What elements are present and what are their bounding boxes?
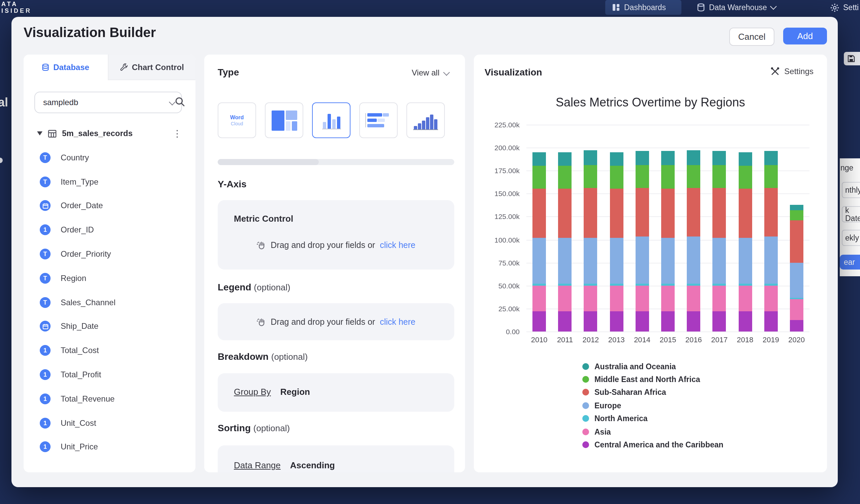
bar-segment [661, 286, 675, 312]
gear-icon [830, 3, 839, 12]
sorting-box[interactable]: Data Range Ascending [218, 445, 454, 472]
legend-swatch [582, 402, 589, 409]
chevron-down-icon [443, 69, 450, 75]
chart-type-treemap[interactable] [265, 102, 303, 138]
view-all-label: View all [412, 68, 440, 77]
data-warehouse-button[interactable]: Data Warehouse [690, 0, 783, 15]
x-axis-label: 2019 [758, 335, 784, 344]
field-item-total_cost[interactable]: 1Total_Cost [24, 339, 196, 363]
field-item-order_priority[interactable]: TOrder_Priority [24, 242, 196, 266]
legend-label: Central America and the Caribbean [594, 441, 723, 449]
sorting-field-label[interactable]: Data Range [234, 460, 281, 470]
text-field-icon: T [40, 249, 51, 259]
group-by-label[interactable]: Group By [234, 387, 271, 397]
bar-segment [790, 220, 803, 263]
bar-segment [610, 166, 623, 189]
bar-segment [713, 238, 726, 284]
sorting-optional-label: (optional) [254, 423, 290, 433]
legend-swatch [582, 389, 589, 396]
field-item-total_profit[interactable]: 1Total_Profit [24, 362, 196, 387]
field-item-order_id[interactable]: 1Order_ID [24, 218, 196, 242]
bar-2019 [764, 151, 777, 332]
add-button[interactable]: Add [783, 28, 827, 44]
save-icon-fragment[interactable] [844, 52, 860, 66]
tab-database[interactable]: Database [24, 55, 108, 80]
dashboards-button[interactable]: Dashboards [605, 0, 682, 15]
y-axis-tick-label: 75.00k [474, 259, 520, 267]
bar-segment [532, 152, 546, 166]
type-section-title: Type [218, 67, 239, 77]
fragment-label: ear [844, 258, 855, 266]
legend-swatch [582, 441, 589, 448]
legend-swatch [582, 428, 589, 435]
field-item-item_type[interactable]: TItem_Type [24, 170, 196, 194]
field-item-total_revenue[interactable]: 1Total_Revenue [24, 387, 196, 411]
field-label: Unit_Cost [61, 418, 96, 428]
chart-type-column-chart[interactable] [406, 102, 445, 138]
field-item-order_date[interactable]: Order_Date [24, 194, 196, 218]
x-axis-label: 2014 [630, 335, 655, 344]
field-label: Country [61, 153, 89, 162]
breakdown-optional-label: (optional) [271, 352, 308, 362]
bar-segment [790, 300, 803, 320]
scrollbar-thumb[interactable] [218, 159, 319, 165]
legend-section-title: Legend (optional) [218, 282, 290, 292]
caret-down-icon[interactable] [37, 131, 42, 135]
click-here-link[interactable]: click here [380, 317, 416, 327]
bar-segment [635, 237, 649, 284]
bar-segment [687, 188, 700, 237]
bar-segment [635, 312, 649, 332]
fields-list: TCountryTItem_TypeOrder_Date1Order_IDTOr… [24, 146, 196, 459]
database-select[interactable]: sampledb [34, 92, 182, 113]
legend-label: North America [594, 415, 648, 423]
field-item-unit_price[interactable]: 1Unit_Price [24, 435, 196, 459]
chart-type-word-cloud[interactable]: Word Cloud [218, 102, 256, 138]
background-control-fragment[interactable]: nthly [842, 182, 860, 198]
bar-segment [558, 189, 572, 238]
bar-segment [739, 238, 752, 284]
background-control-fragment[interactable]: k Date [842, 206, 860, 222]
y-axis-tick-label: 100.00k [474, 235, 520, 244]
click-here-link[interactable]: click here [380, 241, 416, 250]
sorting-direction-value[interactable]: Ascending [290, 460, 335, 470]
gridline [526, 124, 809, 125]
chart-type-stacked-horizontal-bar[interactable] [359, 102, 398, 138]
table-tree-header[interactable]: 5m_sales_records ⋮ [24, 125, 196, 142]
tab-chart-control[interactable]: Chart Control [108, 55, 196, 80]
chart-type-bar-chart-selected[interactable] [312, 102, 350, 138]
number-field-icon: 1 [40, 345, 51, 356]
x-axis-label: 2012 [578, 335, 604, 344]
x-axis-label: 2013 [604, 335, 629, 344]
field-item-unit_cost[interactable]: 1Unit_Cost [24, 411, 196, 435]
search-icon[interactable] [175, 96, 185, 107]
field-item-region[interactable]: TRegion [24, 266, 196, 290]
bar-segment [558, 166, 572, 189]
settings-topbar-button[interactable]: Setti [823, 0, 860, 15]
field-item-sales_channel[interactable]: TSales_Channel [24, 290, 196, 315]
metric-control-dropzone[interactable]: Metric Control Drag and drop your fields… [218, 200, 454, 270]
drag-hand-icon [256, 317, 266, 327]
drag-hand-icon [256, 241, 266, 250]
sorting-section-title: Sorting (optional) [218, 422, 290, 433]
breakdown-group-box[interactable]: Group By Region [218, 373, 454, 412]
chart-type-scrollbar[interactable] [218, 159, 454, 165]
data-warehouse-label: Data Warehouse [709, 3, 767, 12]
view-all-dropdown[interactable]: View all [412, 68, 449, 77]
table-menu-kebab-icon[interactable]: ⋮ [173, 128, 182, 139]
group-by-value[interactable]: Region [281, 387, 310, 397]
background-control-fragment[interactable]: ekly [842, 230, 860, 246]
field-label: Total_Profit [61, 370, 101, 379]
bar-segment [687, 237, 700, 284]
field-item-country[interactable]: TCountry [24, 146, 196, 170]
cancel-button[interactable]: Cancel [729, 28, 774, 46]
bar-segment [610, 152, 623, 166]
bar-segment [661, 165, 675, 189]
legend-dropzone[interactable]: Drag and drop your fields or click here [218, 303, 454, 340]
bar-segment [687, 150, 700, 165]
background-year-button-fragment[interactable]: ear [840, 255, 860, 270]
field-item-ship_date[interactable]: Ship_Date [24, 314, 196, 339]
field-label: Order_Priority [61, 249, 111, 259]
bar-2020 [790, 204, 803, 332]
y-axis-tick-label: 125.00k [474, 213, 520, 221]
app-logo: ATA ISIDER [1, 1, 32, 14]
